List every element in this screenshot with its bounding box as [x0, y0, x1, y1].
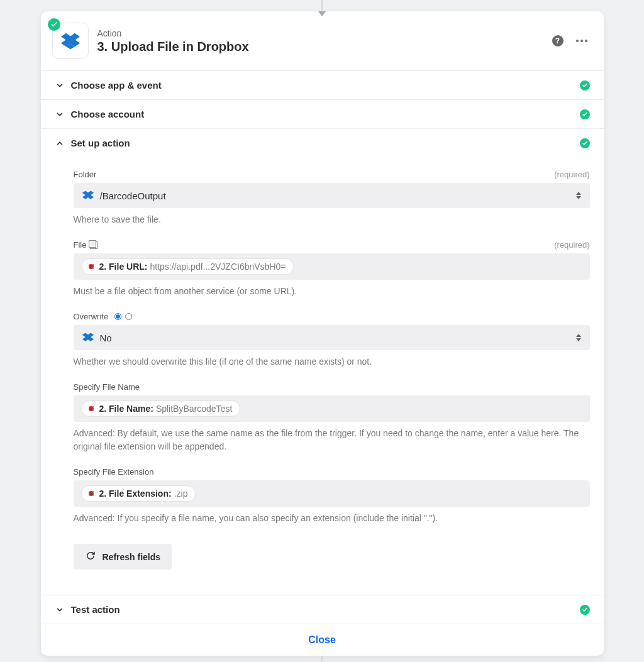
field-label: Overwrite — [74, 312, 133, 321]
more-options-icon[interactable] — [574, 37, 590, 45]
select-caret-icon — [575, 192, 582, 199]
header-label: Action — [97, 28, 552, 38]
overwrite-select[interactable]: No — [74, 325, 590, 350]
panel-footer: Close — [41, 624, 604, 656]
help-text: Must be a file object from another servi… — [74, 285, 590, 298]
section-title: Set up action — [71, 138, 580, 148]
file-name-pill[interactable]: 2. File Name: SplitByBarcodeTest — [81, 400, 241, 417]
file-extension-pill[interactable]: 2. File Extension: .zip — [81, 485, 196, 502]
pdfco-icon — [86, 261, 97, 272]
refresh-icon — [85, 550, 96, 563]
field-label: Folder — [74, 170, 97, 179]
folder-select[interactable]: /BarcodeOutput — [74, 183, 590, 208]
section-title: Choose app & event — [71, 80, 580, 91]
copy-icon — [90, 241, 97, 249]
field-overwrite: Overwrite No Whether we should overwrite… — [74, 312, 590, 368]
overwrite-radio-group — [114, 313, 132, 320]
section-title: Test action — [71, 604, 580, 615]
close-button[interactable]: Close — [308, 634, 336, 645]
panel-header: Action 3. Upload File in Dropbox ? — [41, 11, 604, 70]
file-input[interactable]: 2. File URL: https://api.pdf...2VJZCI6bn… — [74, 253, 590, 280]
field-label: Specify File Name — [74, 382, 140, 392]
chevron-up-icon — [55, 138, 65, 148]
refresh-fields-button[interactable]: Refresh fields — [74, 544, 172, 570]
section-complete-icon — [580, 80, 590, 91]
pdfco-icon — [86, 403, 97, 414]
header-title: 3. Upload File in Dropbox — [97, 40, 552, 54]
overwrite-radio-1[interactable] — [114, 313, 121, 320]
overwrite-value: No — [100, 333, 575, 343]
section-complete-icon — [580, 605, 590, 615]
section-choose-account[interactable]: Choose account — [41, 99, 604, 128]
section-title: Choose account — [71, 109, 580, 119]
field-file: File (required) 2. File URL: https://api… — [74, 240, 590, 298]
section-setup-action[interactable]: Set up action — [41, 128, 604, 157]
file-extension-input[interactable]: 2. File Extension: .zip — [74, 480, 590, 507]
field-label: File — [74, 240, 98, 250]
select-caret-icon — [575, 334, 582, 341]
required-tag: (required) — [554, 170, 589, 179]
section-complete-icon — [580, 109, 590, 119]
field-file-name: Specify File Name 2. File Name: SplitByB… — [74, 382, 590, 453]
help-text: Advanced: By default, we use the same na… — [74, 427, 590, 453]
form-body: Folder (required) /BarcodeOutput Where t… — [41, 157, 604, 595]
folder-value: /BarcodeOutput — [100, 190, 575, 201]
app-icon — [52, 23, 89, 59]
connector-bottom — [321, 656, 323, 662]
field-label: Specify File Extension — [74, 467, 154, 477]
help-icon[interactable]: ? — [552, 35, 564, 47]
status-check-badge — [48, 18, 60, 31]
file-url-pill[interactable]: 2. File URL: https://api.pdf...2VJZCI6bn… — [81, 258, 294, 275]
help-text: Where to save the file. — [74, 213, 590, 226]
help-text: Advanced: If you specify a file name, yo… — [74, 512, 590, 525]
connector-top — [0, 0, 644, 11]
file-name-input[interactable]: 2. File Name: SplitByBarcodeTest — [74, 395, 590, 422]
pdfco-icon — [86, 488, 97, 499]
dropbox-icon — [81, 331, 95, 345]
field-file-extension: Specify File Extension 2. File Extension… — [74, 467, 590, 525]
section-test-action[interactable]: Test action — [41, 595, 604, 624]
chevron-down-icon — [55, 109, 65, 119]
dropbox-icon — [81, 189, 95, 202]
section-complete-icon — [580, 138, 590, 148]
chevron-down-icon — [55, 80, 65, 91]
dropbox-icon — [60, 31, 80, 51]
overwrite-radio-2[interactable] — [125, 313, 132, 320]
help-text: Whether we should overwrite this file (i… — [74, 355, 590, 368]
field-folder: Folder (required) /BarcodeOutput Where t… — [74, 170, 590, 226]
action-panel: Action 3. Upload File in Dropbox ? Choos… — [41, 11, 604, 656]
chevron-down-icon — [55, 605, 65, 615]
required-tag: (required) — [554, 240, 589, 250]
section-choose-app[interactable]: Choose app & event — [41, 70, 604, 99]
